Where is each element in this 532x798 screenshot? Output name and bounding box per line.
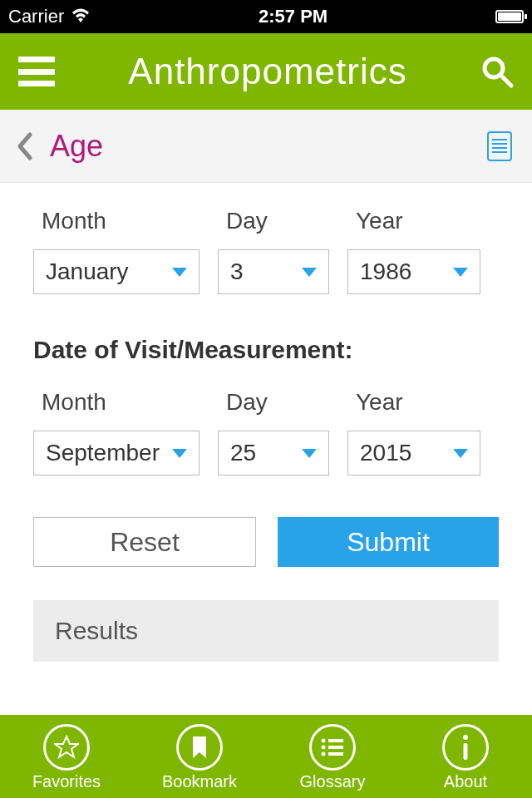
svg-line-1	[501, 76, 511, 86]
visit-month-select[interactable]: September	[33, 431, 200, 475]
visit-day-select[interactable]: 25	[218, 431, 329, 475]
visit-year-value: 2015	[360, 440, 411, 466]
carrier-label: Carrier	[8, 6, 64, 27]
nav-favorites-label: Favorites	[32, 772, 101, 791]
page-title: Age	[50, 129, 103, 164]
birth-day-label: Day	[218, 208, 329, 234]
search-button[interactable]	[480, 55, 514, 88]
menu-button[interactable]	[18, 57, 55, 86]
bookmark-icon	[176, 724, 223, 771]
submit-button[interactable]: Submit	[278, 517, 499, 567]
notes-button[interactable]	[487, 131, 512, 161]
birth-year-value: 1986	[360, 259, 411, 285]
chevron-down-icon	[172, 268, 187, 277]
app-header: Anthropometrics	[0, 33, 532, 110]
svg-point-5	[322, 745, 326, 749]
subheader: Age	[0, 110, 532, 183]
svg-rect-10	[464, 743, 468, 760]
chevron-down-icon	[172, 449, 187, 458]
svg-marker-2	[55, 736, 78, 757]
birth-month-label: Month	[33, 208, 200, 234]
star-icon	[43, 724, 90, 771]
wifi-icon	[71, 6, 91, 27]
visit-month-value: September	[46, 440, 160, 466]
birth-year-label: Year	[347, 208, 480, 234]
birth-month-select[interactable]: January	[33, 249, 200, 294]
battery-icon	[495, 10, 524, 23]
nav-about-label: About	[444, 772, 487, 791]
list-icon	[309, 724, 356, 771]
visit-year-select[interactable]: 2015	[347, 431, 480, 475]
visitdate-row: Month September Day 25 Year 2015	[33, 389, 499, 475]
svg-rect-6	[328, 746, 343, 749]
visit-month-label: Month	[33, 389, 200, 416]
chevron-down-icon	[302, 268, 317, 277]
bottom-nav: Favorites Bookmark Glossary About	[0, 715, 532, 798]
reset-button[interactable]: Reset	[33, 517, 256, 567]
chevron-down-icon	[453, 449, 468, 458]
visit-year-label: Year	[347, 389, 480, 416]
svg-point-3	[322, 738, 326, 742]
visit-day-label: Day	[218, 389, 329, 416]
clock: 2:57 PM	[259, 6, 328, 27]
svg-point-7	[322, 751, 326, 756]
app-title: Anthropometrics	[128, 51, 406, 92]
nav-bookmark-label: Bookmark	[162, 772, 237, 791]
status-bar: Carrier 2:57 PM	[0, 0, 532, 33]
chevron-down-icon	[453, 268, 468, 277]
birth-year-select[interactable]: 1986	[347, 249, 480, 294]
results-heading: Results	[33, 600, 499, 662]
nav-bookmark[interactable]: Bookmark	[137, 724, 262, 791]
chevron-down-icon	[302, 449, 317, 458]
birth-day-select[interactable]: 3	[218, 249, 329, 294]
back-button[interactable]	[15, 131, 33, 161]
nav-favorites[interactable]: Favorites	[4, 724, 129, 791]
svg-point-9	[463, 735, 468, 740]
svg-rect-8	[328, 752, 343, 756]
birth-day-value: 3	[230, 259, 244, 285]
visit-heading: Date of Visit/Measurement:	[33, 336, 499, 364]
svg-rect-4	[328, 739, 343, 742]
nav-glossary[interactable]: Glossary	[270, 724, 395, 791]
birthdate-row: Month January Day 3 Year 1986	[33, 208, 499, 294]
content: Month January Day 3 Year 1986	[0, 183, 532, 715]
nav-glossary-label: Glossary	[300, 772, 366, 791]
info-icon	[442, 724, 489, 771]
visit-day-value: 25	[230, 440, 256, 466]
birth-month-value: January	[46, 259, 129, 285]
nav-about[interactable]: About	[403, 724, 528, 791]
